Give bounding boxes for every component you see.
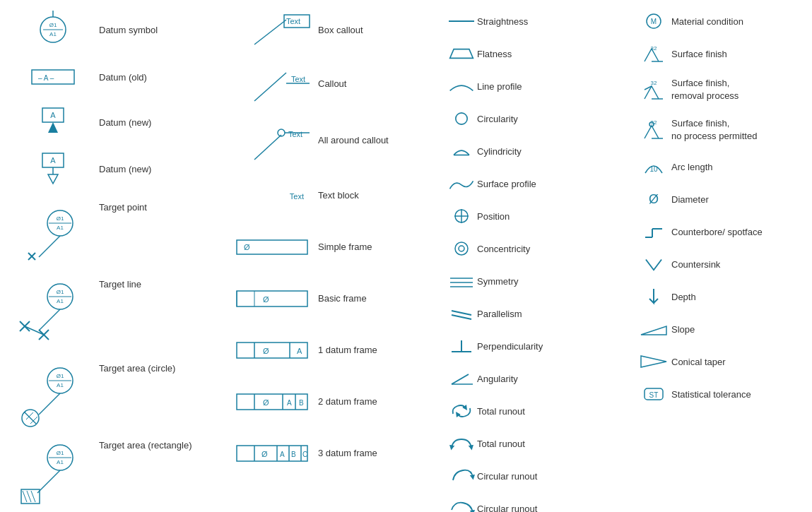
diameter-icon: Ø	[636, 191, 671, 208]
datum-symbol-label: Datum symbol	[99, 25, 158, 35]
slope-icon	[636, 321, 671, 338]
svg-text:B: B	[299, 399, 304, 407]
svg-line-53	[254, 73, 286, 101]
countersink-icon	[636, 256, 671, 273]
material-condition-icon: M	[636, 13, 671, 30]
svg-line-47	[23, 491, 27, 502]
col2-callouts: Text Box callout Text Callout	[219, 7, 438, 512]
circular-runout-row: Circular runout	[445, 465, 622, 487]
target-area-rect-icon: Ø1 A1	[7, 440, 99, 507]
basic-frame-label: Basic frame	[318, 293, 367, 304]
straightness-icon	[445, 14, 477, 28]
all-around-callout-row: Text All around callout	[226, 117, 431, 163]
svg-marker-9	[48, 122, 58, 133]
svg-text:ST: ST	[649, 391, 659, 399]
svg-text:Text: Text	[291, 75, 305, 83]
svg-text:Ø: Ø	[649, 192, 659, 206]
conical-taper-label: Conical taper	[671, 357, 726, 367]
datum-old-icon: – A –	[7, 66, 99, 88]
straightness-label: Straightness	[477, 16, 528, 27]
text-block-row: Text Text block	[226, 176, 431, 215]
angularity-row: Angularity	[445, 368, 622, 389]
concentricity-label: Concentricity	[477, 244, 530, 254]
basic-frame-row: Ø Basic frame	[226, 279, 431, 318]
depth-label: Depth	[671, 292, 696, 302]
datum-new2-label: Datum (new)	[99, 164, 151, 174]
surface-finish-removal-row: 32 Surface finish, removal process	[636, 76, 806, 104]
svg-line-18	[39, 236, 60, 257]
svg-line-56	[254, 135, 281, 160]
diameter-label: Diameter	[671, 194, 709, 205]
line-profile-row: Line profile	[445, 76, 622, 97]
svg-text:A1: A1	[49, 31, 57, 37]
svg-line-49	[31, 491, 35, 502]
svg-line-25	[39, 309, 60, 331]
col4-additional: M Material condition 32 Surface finish 3…	[629, 7, 812, 512]
slope-label: Slope	[671, 324, 695, 335]
svg-text:A1: A1	[57, 225, 64, 231]
surface-profile-row: Surface profile	[445, 173, 622, 194]
svg-text:A1: A1	[57, 298, 64, 304]
surface-profile-label: Surface profile	[477, 179, 536, 189]
callout-row: Text Callout	[226, 62, 431, 105]
svg-point-90	[455, 113, 466, 124]
page: Ø1 A1 Datum symbol – A – Datum (old)	[0, 0, 812, 512]
target-point-row: Ø1 A1 Target point	[7, 198, 212, 266]
surface-finish-no-process-label: Surface finish, no process permitted	[671, 117, 757, 143]
statistical-tolerance-row: ST Statistical tolerance	[636, 383, 806, 405]
surface-finish-removal-icon: 32	[636, 78, 671, 102]
target-line-icon: Ø1 A1	[7, 279, 99, 350]
svg-marker-89	[449, 49, 473, 59]
target-area-circle-row: Ø1 A1 Target area (circle)	[7, 359, 212, 427]
svg-text:A: A	[297, 347, 302, 355]
svg-text:– A –: – A –	[38, 74, 54, 82]
all-around-callout-icon: Text	[226, 117, 311, 163]
target-line-row: Ø1 A1 Target line	[7, 275, 212, 350]
svg-text:A: A	[287, 399, 292, 407]
1-datum-frame-row: Ø A 1 datum frame	[226, 331, 431, 369]
3-datum-frame-label: 3 datum frame	[318, 448, 377, 458]
2-datum-frame-label: 2 datum frame	[318, 396, 377, 407]
svg-text:Text: Text	[290, 192, 304, 201]
svg-rect-72	[237, 394, 307, 410]
svg-text:Ø1: Ø1	[49, 22, 57, 28]
svg-line-39	[26, 412, 33, 419]
concentricity-row: Concentricity	[445, 238, 622, 259]
svg-text:Ø: Ø	[244, 243, 250, 251]
symmetry-icon	[445, 273, 477, 290]
straightness-row: Straightness	[445, 11, 622, 32]
callout-label: Callout	[318, 78, 346, 89]
slope-row: Slope	[636, 318, 806, 340]
conical-taper-icon	[636, 353, 671, 370]
perpendicularity-icon	[445, 338, 477, 355]
circular-runout2-icon	[445, 500, 477, 512]
svg-text:Ø1: Ø1	[57, 289, 64, 295]
svg-marker-122	[641, 356, 666, 367]
svg-text:Ø1: Ø1	[57, 215, 64, 222]
simple-frame-row: Ø Simple frame	[226, 227, 431, 266]
datum-old-row: – A – Datum (old)	[7, 59, 212, 95]
arc-length-icon: 10	[636, 157, 671, 176]
conical-taper-row: Conical taper	[636, 351, 806, 372]
target-line-label: Target line	[99, 279, 141, 290]
box-callout-row: Text Box callout	[226, 11, 431, 49]
svg-text:B: B	[291, 451, 296, 458]
basic-frame-icon: Ø	[226, 287, 311, 310]
angularity-icon	[445, 370, 477, 387]
position-label: Position	[477, 211, 510, 222]
diameter-row: Ø Diameter	[636, 189, 806, 210]
position-icon	[445, 208, 477, 225]
counterbore-label: Counterbore/ spotface	[671, 227, 763, 237]
text-block-icon: Text	[226, 185, 311, 206]
datum-new2-icon: A	[7, 150, 99, 189]
svg-line-48	[27, 491, 31, 502]
datum-old-label: Datum (old)	[99, 72, 147, 83]
datum-new1-label: Datum (new)	[99, 117, 151, 128]
2-datum-frame-row: Ø A B 2 datum frame	[226, 382, 431, 421]
total-runout2-icon	[445, 435, 477, 452]
line-profile-icon	[445, 79, 477, 93]
svg-text:10: 10	[649, 165, 658, 173]
surface-finish-no-process-icon: 32	[636, 117, 671, 143]
svg-text:Ø: Ø	[263, 347, 269, 355]
box-callout-label: Box callout	[318, 25, 363, 35]
